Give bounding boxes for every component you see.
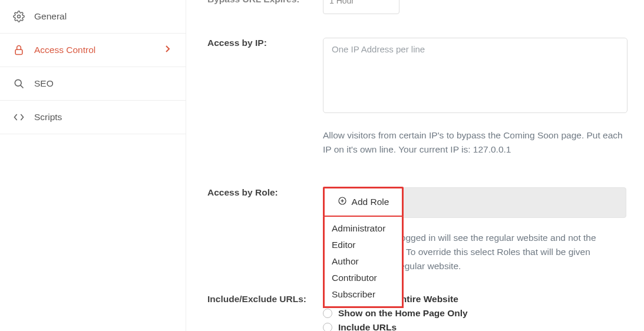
bypass-expiry-row: Bypass URL Expires: 1 Hour: [207, 0, 628, 14]
ip-address-input[interactable]: [323, 38, 628, 113]
svg-point-0: [18, 15, 21, 18]
sidebar-item-general[interactable]: General: [0, 0, 186, 34]
svg-line-3: [21, 85, 24, 88]
svg-rect-1: [15, 49, 22, 54]
sidebar-item-label: Access Control: [34, 45, 164, 55]
url-option-label: Show on the Home Page Only: [338, 308, 468, 319]
sidebar-item-label: Scripts: [34, 112, 173, 123]
role-bar: Add Role Administrator Editor Author Con…: [323, 187, 626, 218]
lock-icon: [13, 44, 29, 56]
chevron-right-icon: [164, 45, 170, 55]
role-option[interactable]: Editor: [325, 237, 402, 253]
add-role-button-label: Add Role: [352, 197, 389, 207]
role-dropdown[interactable]: Administrator Editor Author Contributor …: [323, 217, 404, 308]
radio-icon: [323, 323, 332, 331]
access-by-role-label: Access by Role:: [207, 187, 323, 198]
sidebar-item-scripts[interactable]: Scripts: [0, 101, 186, 134]
access-by-role-row: Access by Role: Add Role Administrator E…: [207, 187, 628, 273]
role-option[interactable]: Subscriber: [325, 286, 402, 303]
bypass-expiry-select[interactable]: 1 Hour: [323, 0, 399, 14]
role-option[interactable]: Author: [325, 253, 402, 270]
include-exclude-urls-row: Include/Exclude URLs: Show on the Entire…: [207, 294, 628, 331]
code-icon: [13, 111, 29, 123]
sidebar: General Access Control SEO Scripts: [0, 0, 186, 331]
role-option[interactable]: Administrator: [325, 220, 402, 237]
bypass-expiry-label: Bypass URL Expires:: [207, 0, 323, 5]
sidebar-item-seo[interactable]: SEO: [0, 67, 186, 101]
svg-point-2: [15, 80, 21, 86]
url-option-include-urls[interactable]: Include URLs: [323, 322, 628, 331]
url-option-label: Include URLs: [338, 322, 397, 331]
radio-icon: [323, 309, 332, 318]
url-option-home-page-only[interactable]: Show on the Home Page Only: [323, 308, 628, 319]
sidebar-item-label: General: [34, 11, 173, 22]
plus-circle-icon: [338, 196, 347, 208]
access-by-ip-row: Access by IP: Allow visitors from certai…: [207, 38, 628, 157]
gear-icon: [13, 11, 29, 22]
sidebar-item-access-control[interactable]: Access Control: [0, 34, 186, 67]
role-option[interactable]: Contributor: [325, 270, 402, 286]
access-by-ip-label: Access by IP:: [207, 38, 323, 48]
include-exclude-urls-label: Include/Exclude URLs:: [207, 294, 323, 304]
search-icon: [13, 78, 29, 90]
main-panel: Bypass URL Expires: 1 Hour Access by IP:…: [186, 0, 644, 331]
add-role-button[interactable]: Add Role: [323, 187, 404, 217]
sidebar-item-label: SEO: [34, 78, 173, 89]
ip-help-text: Allow visitors from certain IP's to bypa…: [323, 128, 623, 157]
